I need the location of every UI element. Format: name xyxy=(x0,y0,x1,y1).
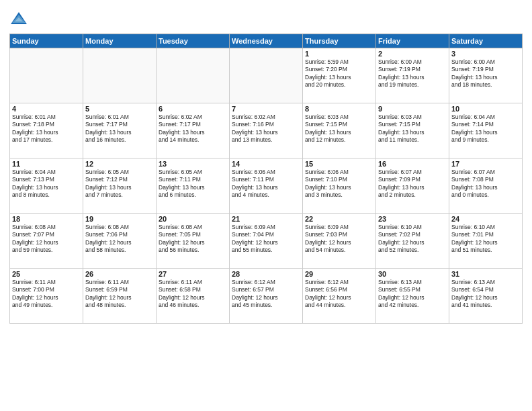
week-row-2: 4Sunrise: 6:01 AM Sunset: 7:18 PM Daylig… xyxy=(10,103,523,158)
day-info: Sunrise: 6:11 AM Sunset: 6:59 PM Dayligh… xyxy=(85,279,154,310)
calendar-cell xyxy=(10,48,83,103)
day-number: 13 xyxy=(159,160,227,168)
day-number: 28 xyxy=(232,270,300,278)
day-number: 30 xyxy=(378,270,447,278)
day-info: Sunrise: 6:11 AM Sunset: 6:58 PM Dayligh… xyxy=(159,279,227,310)
calendar-cell: 26Sunrise: 6:11 AM Sunset: 6:59 PM Dayli… xyxy=(83,269,157,324)
week-row-3: 11Sunrise: 6:04 AM Sunset: 7:13 PM Dayli… xyxy=(10,158,523,214)
day-number: 7 xyxy=(232,105,300,113)
week-row-1: 1Sunrise: 5:59 AM Sunset: 7:20 PM Daylig… xyxy=(10,48,523,103)
day-number: 15 xyxy=(305,160,373,168)
calendar-cell: 28Sunrise: 6:12 AM Sunset: 6:57 PM Dayli… xyxy=(230,269,303,324)
day-info: Sunrise: 6:08 AM Sunset: 7:06 PM Dayligh… xyxy=(85,224,154,255)
calendar-cell: 31Sunrise: 6:13 AM Sunset: 6:54 PM Dayli… xyxy=(449,269,523,324)
day-number: 1 xyxy=(305,50,373,58)
day-info: Sunrise: 6:10 AM Sunset: 7:01 PM Dayligh… xyxy=(451,224,520,255)
header xyxy=(9,7,523,28)
calendar-cell: 19Sunrise: 6:08 AM Sunset: 7:06 PM Dayli… xyxy=(83,214,157,269)
calendar-cell xyxy=(230,48,303,103)
calendar-header-row: SundayMondayTuesdayWednesdayThursdayFrid… xyxy=(10,34,523,48)
calendar-cell: 9Sunrise: 6:03 AM Sunset: 7:15 PM Daylig… xyxy=(376,103,449,158)
day-number: 3 xyxy=(451,50,520,58)
calendar-cell: 22Sunrise: 6:09 AM Sunset: 7:03 PM Dayli… xyxy=(303,214,376,269)
col-header-tuesday: Tuesday xyxy=(157,34,230,48)
day-info: Sunrise: 6:03 AM Sunset: 7:15 PM Dayligh… xyxy=(378,113,447,144)
calendar-cell xyxy=(157,48,230,103)
day-number: 8 xyxy=(305,105,373,113)
day-info: Sunrise: 6:10 AM Sunset: 7:02 PM Dayligh… xyxy=(378,224,447,255)
calendar-cell: 16Sunrise: 6:07 AM Sunset: 7:09 PM Dayli… xyxy=(376,158,449,214)
calendar-table: SundayMondayTuesdayWednesdayThursdayFrid… xyxy=(9,34,523,324)
day-info: Sunrise: 6:04 AM Sunset: 7:14 PM Dayligh… xyxy=(451,113,520,144)
calendar-cell: 21Sunrise: 6:09 AM Sunset: 7:04 PM Dayli… xyxy=(230,214,303,269)
day-info: Sunrise: 6:01 AM Sunset: 7:18 PM Dayligh… xyxy=(12,113,81,144)
calendar-cell: 3Sunrise: 6:00 AM Sunset: 7:19 PM Daylig… xyxy=(449,48,523,103)
day-info: Sunrise: 6:13 AM Sunset: 6:54 PM Dayligh… xyxy=(451,279,520,310)
day-number: 18 xyxy=(12,215,81,223)
calendar-cell: 25Sunrise: 6:11 AM Sunset: 7:00 PM Dayli… xyxy=(10,269,83,324)
day-info: Sunrise: 6:01 AM Sunset: 7:17 PM Dayligh… xyxy=(85,113,154,144)
day-info: Sunrise: 6:09 AM Sunset: 7:03 PM Dayligh… xyxy=(305,224,373,255)
day-info: Sunrise: 6:04 AM Sunset: 7:13 PM Dayligh… xyxy=(12,169,81,199)
calendar-cell: 23Sunrise: 6:10 AM Sunset: 7:02 PM Dayli… xyxy=(376,214,449,269)
logo-icon xyxy=(9,9,28,28)
day-number: 17 xyxy=(451,160,520,168)
calendar-cell: 12Sunrise: 6:05 AM Sunset: 7:12 PM Dayli… xyxy=(83,158,157,214)
page: SundayMondayTuesdayWednesdayThursdayFrid… xyxy=(0,0,532,411)
col-header-wednesday: Wednesday xyxy=(230,34,303,48)
calendar-cell xyxy=(83,48,157,103)
calendar-cell: 2Sunrise: 6:00 AM Sunset: 7:19 PM Daylig… xyxy=(376,48,449,103)
day-number: 23 xyxy=(378,215,447,223)
col-header-friday: Friday xyxy=(376,34,449,48)
day-info: Sunrise: 5:59 AM Sunset: 7:20 PM Dayligh… xyxy=(305,58,373,89)
calendar-cell: 29Sunrise: 6:12 AM Sunset: 6:56 PM Dayli… xyxy=(303,269,376,324)
calendar-cell: 30Sunrise: 6:13 AM Sunset: 6:55 PM Dayli… xyxy=(376,269,449,324)
calendar-cell: 4Sunrise: 6:01 AM Sunset: 7:18 PM Daylig… xyxy=(10,103,83,158)
day-number: 6 xyxy=(159,105,227,113)
day-info: Sunrise: 6:05 AM Sunset: 7:12 PM Dayligh… xyxy=(85,169,154,199)
day-number: 5 xyxy=(85,105,154,113)
calendar-cell: 18Sunrise: 6:08 AM Sunset: 7:07 PM Dayli… xyxy=(10,214,83,269)
calendar-cell: 10Sunrise: 6:04 AM Sunset: 7:14 PM Dayli… xyxy=(449,103,523,158)
day-number: 10 xyxy=(451,105,520,113)
day-info: Sunrise: 6:13 AM Sunset: 6:55 PM Dayligh… xyxy=(378,279,447,310)
day-info: Sunrise: 6:03 AM Sunset: 7:15 PM Dayligh… xyxy=(305,113,373,144)
day-number: 25 xyxy=(12,270,81,278)
calendar-cell: 27Sunrise: 6:11 AM Sunset: 6:58 PM Dayli… xyxy=(157,269,230,324)
day-number: 11 xyxy=(12,160,81,168)
day-info: Sunrise: 6:08 AM Sunset: 7:05 PM Dayligh… xyxy=(159,224,227,255)
day-number: 29 xyxy=(305,270,373,278)
col-header-monday: Monday xyxy=(83,34,157,48)
day-number: 26 xyxy=(85,270,154,278)
day-info: Sunrise: 6:06 AM Sunset: 7:11 PM Dayligh… xyxy=(232,169,300,199)
calendar-cell: 8Sunrise: 6:03 AM Sunset: 7:15 PM Daylig… xyxy=(303,103,376,158)
calendar-cell: 15Sunrise: 6:06 AM Sunset: 7:10 PM Dayli… xyxy=(303,158,376,214)
day-info: Sunrise: 6:02 AM Sunset: 7:16 PM Dayligh… xyxy=(232,113,300,144)
day-info: Sunrise: 6:02 AM Sunset: 7:17 PM Dayligh… xyxy=(159,113,227,144)
calendar-cell: 20Sunrise: 6:08 AM Sunset: 7:05 PM Dayli… xyxy=(157,214,230,269)
week-row-5: 25Sunrise: 6:11 AM Sunset: 7:00 PM Dayli… xyxy=(10,269,523,324)
day-number: 2 xyxy=(378,50,447,58)
day-number: 31 xyxy=(451,270,520,278)
col-header-sunday: Sunday xyxy=(10,34,83,48)
day-number: 19 xyxy=(85,215,154,223)
day-info: Sunrise: 6:11 AM Sunset: 7:00 PM Dayligh… xyxy=(12,279,81,310)
day-info: Sunrise: 6:05 AM Sunset: 7:11 PM Dayligh… xyxy=(159,169,227,199)
day-info: Sunrise: 6:08 AM Sunset: 7:07 PM Dayligh… xyxy=(12,224,81,255)
day-info: Sunrise: 6:00 AM Sunset: 7:19 PM Dayligh… xyxy=(378,58,447,89)
day-number: 9 xyxy=(378,105,447,113)
calendar-cell: 11Sunrise: 6:04 AM Sunset: 7:13 PM Dayli… xyxy=(10,158,83,214)
day-info: Sunrise: 6:00 AM Sunset: 7:19 PM Dayligh… xyxy=(451,58,520,89)
col-header-saturday: Saturday xyxy=(449,34,523,48)
calendar-cell: 6Sunrise: 6:02 AM Sunset: 7:17 PM Daylig… xyxy=(157,103,230,158)
day-info: Sunrise: 6:06 AM Sunset: 7:10 PM Dayligh… xyxy=(305,169,373,199)
calendar-cell: 13Sunrise: 6:05 AM Sunset: 7:11 PM Dayli… xyxy=(157,158,230,214)
day-info: Sunrise: 6:09 AM Sunset: 7:04 PM Dayligh… xyxy=(232,224,300,255)
col-header-thursday: Thursday xyxy=(303,34,376,48)
day-number: 14 xyxy=(232,160,300,168)
day-info: Sunrise: 6:07 AM Sunset: 7:08 PM Dayligh… xyxy=(451,169,520,199)
calendar-cell: 7Sunrise: 6:02 AM Sunset: 7:16 PM Daylig… xyxy=(230,103,303,158)
day-number: 12 xyxy=(85,160,154,168)
day-info: Sunrise: 6:07 AM Sunset: 7:09 PM Dayligh… xyxy=(378,169,447,199)
day-info: Sunrise: 6:12 AM Sunset: 6:57 PM Dayligh… xyxy=(232,279,300,310)
